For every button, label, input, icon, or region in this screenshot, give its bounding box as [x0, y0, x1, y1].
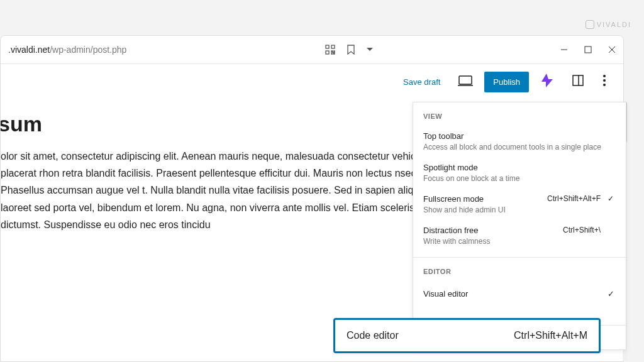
more-options-icon[interactable] — [597, 71, 612, 92]
check-icon: ✓ — [606, 289, 616, 299]
url-display: .vivaldi.net/wp-admin/post.php — [8, 45, 126, 55]
menu-section-editor: EDITOR — [413, 258, 626, 282]
menu-item-top-toolbar[interactable]: Top toolbar Access all block and documen… — [413, 126, 626, 158]
menu-item-distraction-free[interactable]: Distraction free Write with calmness Ctr… — [413, 221, 626, 252]
svg-rect-1 — [331, 45, 335, 48]
svg-point-12 — [603, 79, 606, 82]
qr-icon[interactable] — [325, 45, 335, 55]
menu-item-code-editor[interactable]: Code editor Ctrl+Shift+Alt+M — [333, 318, 601, 353]
jetpack-icon[interactable] — [535, 70, 559, 94]
bookmark-icon[interactable] — [347, 45, 355, 55]
minimize-icon[interactable] — [560, 46, 568, 53]
save-draft-button[interactable]: Save draft — [397, 74, 447, 90]
menu-section-view: VIEW — [413, 102, 626, 126]
svg-rect-4 — [585, 47, 591, 53]
svg-point-13 — [603, 84, 606, 86]
check-icon: ✓ — [606, 194, 616, 203]
svg-rect-7 — [459, 76, 472, 84]
tab-bar: .vivaldi.net/wp-admin/post.php — [1, 36, 623, 64]
menu-item-spotlight[interactable]: Spotlight mode Focus on one block at a t… — [413, 158, 626, 189]
vivaldi-brand: VIVALDI — [586, 20, 631, 29]
svg-point-11 — [603, 75, 606, 77]
publish-button[interactable]: Publish — [484, 72, 529, 92]
maximize-icon[interactable] — [584, 46, 592, 53]
close-icon[interactable] — [608, 46, 616, 53]
svg-rect-0 — [326, 45, 329, 48]
dropdown-icon[interactable] — [367, 48, 373, 52]
menu-item-visual-editor[interactable]: Visual editor ✓ — [413, 282, 626, 306]
editor-topbar: Save draft Publish — [1, 64, 623, 99]
preview-icon[interactable] — [453, 71, 478, 92]
menu-item-fullscreen[interactable]: Fullscreen mode Show and hide admin UI C… — [413, 189, 626, 221]
settings-panel-icon[interactable] — [565, 70, 591, 93]
svg-rect-9 — [573, 75, 583, 85]
svg-rect-2 — [326, 51, 329, 54]
options-menu: VIEW Top toolbar Access all block and do… — [413, 102, 626, 350]
